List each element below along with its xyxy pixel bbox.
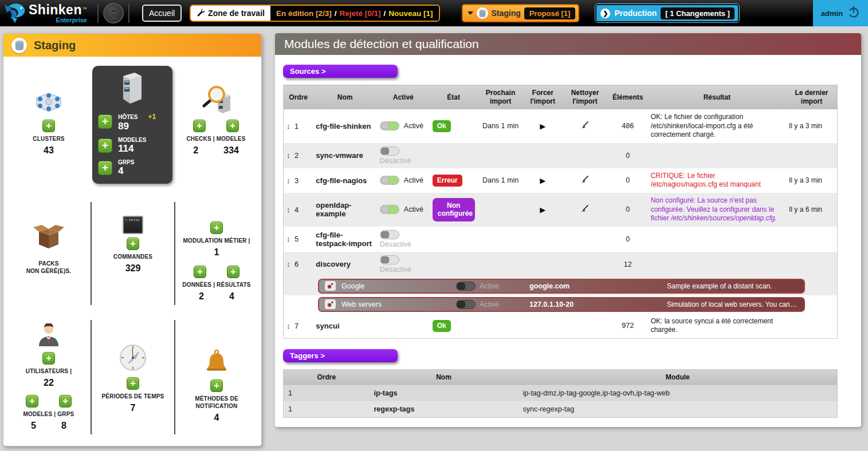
- drag-handle-icon[interactable]: ↕: [286, 235, 294, 243]
- add-modele-button[interactable]: +: [98, 139, 112, 153]
- brand-logo[interactable]: Shinken™ Enterprise: [0, 1, 93, 25]
- source-row[interactable]: ↕3cfg-file-nagiosActivéErreurDans 1 min▶…: [284, 168, 838, 193]
- clean-import-button[interactable]: [580, 207, 589, 215]
- toggle-switch[interactable]: [380, 121, 399, 130]
- donnees-count[interactable]: 2: [199, 291, 204, 302]
- discovery-rule-pill[interactable]: Web serversActivé127.0.1.10-20Simulation…: [318, 297, 805, 312]
- accueil-button[interactable]: Accueil: [142, 5, 182, 22]
- grps-count[interactable]: 4: [118, 165, 134, 177]
- production-badge[interactable]: [ 1 Changements ]: [661, 7, 735, 19]
- power-icon[interactable]: [847, 6, 860, 21]
- add-donnee-button[interactable]: +: [194, 266, 206, 278]
- drag-handle-icon[interactable]: ↕: [286, 151, 294, 160]
- source-order: 3: [294, 176, 299, 185]
- drag-handle-icon[interactable]: ↕: [286, 322, 294, 330]
- hotes-count[interactable]: 89: [118, 121, 156, 132]
- source-row[interactable]: ↕2sync-vmwareDésactivé0: [284, 143, 838, 168]
- source-row[interactable]: ↕5cfg-file-testpack-importDésactivé0: [284, 227, 838, 252]
- source-row[interactable]: ↕7syncuiOk972OK: la source syncui a été …: [284, 314, 838, 339]
- production-label: Production: [614, 9, 657, 18]
- drag-handle-icon[interactable]: ↕: [286, 122, 294, 130]
- commandes-count[interactable]: 329: [125, 263, 141, 274]
- add-check-button[interactable]: +: [193, 120, 206, 132]
- add-grp-button[interactable]: +: [98, 161, 112, 175]
- production-button[interactable]: ❯ Production [ 1 Changements ]: [595, 4, 739, 22]
- drag-handle-icon[interactable]: ↕: [286, 205, 294, 214]
- tagger-row[interactable]: 1ip-tagsip-tag-dmz,ip-tag-google,ip-tag-…: [284, 385, 838, 401]
- discovery-subrow[interactable]: GoogleActivégoogle.comSample example of …: [284, 277, 838, 295]
- force-import-button[interactable]: ▶: [540, 176, 545, 185]
- toggle-switch[interactable]: [380, 255, 399, 264]
- source-row[interactable]: ↕1cfg-file-shinkenActivéOkDans 1 min▶486…: [284, 109, 838, 143]
- sources-table: Ordre Nom Activé État Prochain import Fo…: [283, 85, 838, 339]
- modeles-grps-label: MODELES | GRPS: [23, 411, 74, 417]
- status-en-edition[interactable]: En édition [2/3]: [276, 9, 332, 18]
- elements-count: 972: [608, 314, 648, 339]
- add-host-button[interactable]: +: [98, 114, 112, 129]
- toggle-switch[interactable]: [456, 300, 476, 309]
- add-resultat-button[interactable]: +: [227, 266, 239, 278]
- drag-handle-icon[interactable]: ↕: [286, 176, 294, 185]
- add-user-modele-button[interactable]: +: [26, 395, 38, 408]
- resultats-count[interactable]: 4: [229, 291, 234, 302]
- methodes-count[interactable]: 4: [214, 413, 219, 423]
- clusters-count[interactable]: 43: [44, 145, 54, 156]
- discovery-rule-pill[interactable]: GoogleActivégoogle.comSample example of …: [318, 279, 805, 294]
- source-name[interactable]: openldap-example: [313, 193, 376, 227]
- status-rejete[interactable]: Rejeté [0/1]: [339, 9, 380, 18]
- admin-user-button[interactable]: admin: [813, 0, 868, 26]
- source-name[interactable]: sync-vmware: [313, 143, 376, 168]
- toggle-switch[interactable]: [456, 282, 476, 291]
- scroll-top-button[interactable]: ↑: [103, 3, 124, 23]
- add-commande-button[interactable]: +: [127, 238, 139, 250]
- clean-import-button[interactable]: [580, 123, 589, 131]
- toggle-knob: [381, 231, 389, 238]
- panel-title: Staging: [34, 39, 76, 52]
- add-utilisateur-button[interactable]: +: [42, 352, 55, 365]
- toggle-switch[interactable]: [380, 230, 399, 239]
- staging-menu-button[interactable]: Staging Proposé [1]: [462, 4, 580, 22]
- rule-name: Google: [341, 282, 450, 290]
- drag-handle-icon[interactable]: ↕: [286, 260, 294, 268]
- source-row[interactable]: ↕6discoveryDésactivé12: [284, 252, 838, 277]
- sources-section-button[interactable]: Sources >: [283, 65, 398, 78]
- add-user-grp-button[interactable]: +: [59, 395, 72, 408]
- status-nouveau[interactable]: Nouveau [1]: [388, 9, 433, 18]
- force-import-button[interactable]: ▶: [540, 122, 545, 130]
- user-grps-count[interactable]: 8: [61, 421, 66, 431]
- add-methode-button[interactable]: +: [210, 379, 223, 392]
- utilisateurs-count[interactable]: 22: [44, 378, 54, 388]
- clean-import-button[interactable]: [580, 177, 589, 185]
- checks-count[interactable]: 2: [193, 145, 198, 156]
- source-name[interactable]: cfg-file-shinken: [313, 109, 376, 143]
- rule-address: google.com: [529, 282, 661, 290]
- staging-badge[interactable]: Proposé [1]: [524, 7, 576, 19]
- hosts-widget-box[interactable]: + HÔTES +1 89 + MODELES: [92, 66, 172, 184]
- source-name[interactable]: cfg-file-testpack-import: [313, 227, 376, 252]
- add-check-modele-button[interactable]: +: [226, 120, 239, 132]
- modulation-count[interactable]: 1: [214, 247, 219, 258]
- tagger-row[interactable]: 1regexp-tagssync-regexp-tag: [284, 401, 838, 418]
- workzone-button[interactable]: Zone de travail: [191, 6, 270, 21]
- source-name[interactable]: cfg-file-nagios: [313, 168, 376, 193]
- add-periode-button[interactable]: +: [127, 377, 139, 390]
- tagger-order: 1: [284, 401, 370, 418]
- add-modulation-button[interactable]: +: [210, 221, 223, 234]
- next-import: [478, 193, 524, 227]
- server-icon: [117, 72, 147, 107]
- source-name[interactable]: syncui: [313, 314, 376, 339]
- periodes-count[interactable]: 7: [131, 403, 136, 413]
- discovery-subrow[interactable]: Web serversActivé127.0.1.10-20Simulation…: [284, 295, 838, 314]
- checks-modeles-count[interactable]: 334: [223, 145, 239, 156]
- toggle-switch[interactable]: [380, 205, 399, 214]
- toggle-switch[interactable]: [380, 147, 399, 156]
- workzone-control[interactable]: Zone de travail En édition [2/3] / Rejet…: [190, 5, 439, 22]
- source-name[interactable]: discovery: [313, 252, 376, 277]
- force-import-button[interactable]: ▶: [540, 205, 545, 214]
- add-cluster-button[interactable]: +: [42, 120, 55, 132]
- modeles-count[interactable]: 114: [118, 143, 146, 155]
- toggle-switch[interactable]: [380, 176, 399, 185]
- taggers-section-button[interactable]: Taggers >: [283, 349, 398, 362]
- source-row[interactable]: ↕4openldap-exampleActivéNon configurée▶0…: [284, 193, 838, 227]
- user-modeles-count[interactable]: 5: [31, 421, 36, 431]
